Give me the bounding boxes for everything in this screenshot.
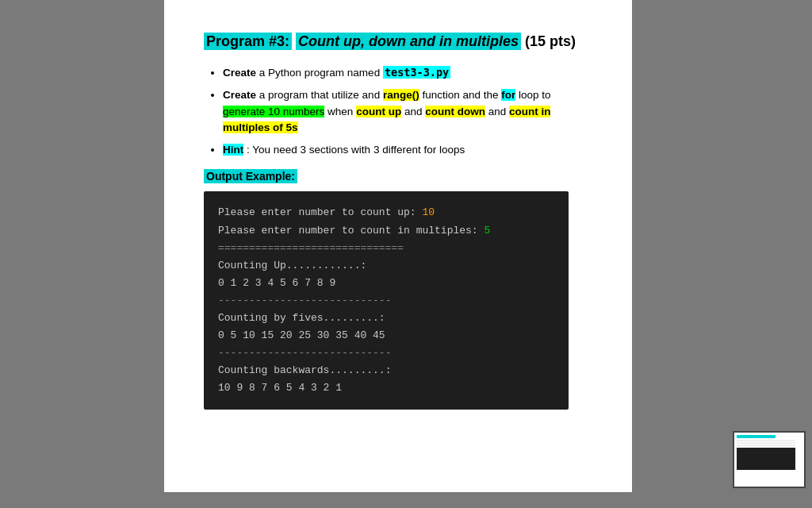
bullet2-range: range() [383, 89, 419, 101]
bullet1-filename: test3-3.py [383, 66, 450, 79]
bullet2-text5: and [404, 106, 425, 117]
heading-pts: (15 pts) [525, 33, 576, 49]
terminal-line-11: 10 9 8 7 6 5 4 3 2 1 [218, 379, 554, 397]
bullet-list: Create a Python program named test3-3.py… [204, 64, 592, 158]
heading-title: Count up, down and in multiples [296, 33, 521, 50]
bullet2-create: Create [223, 89, 256, 101]
terminal-line-1: Please enter number to count up: 10 [218, 204, 554, 221]
heading-hash: Program #3: [204, 33, 292, 50]
terminal-line-5: 0 1 2 3 4 5 6 7 8 9 [218, 275, 554, 292]
terminal-line-2: Please enter number to count in multiple… [218, 222, 554, 240]
bullet2-for: for [501, 89, 515, 101]
program-heading: Program #3: Count up, down and in multip… [204, 32, 592, 52]
bullet3-text: : You need 3 sections with 3 different f… [247, 144, 465, 156]
terminal-fives-numbers: 0 5 10 15 20 25 30 35 40 45 [218, 329, 385, 341]
bullet2-text6: and [488, 106, 509, 117]
bullet2-text3: loop to [519, 89, 551, 101]
terminal-line-9: ---------------------------- [218, 344, 554, 362]
thumbnail-preview [733, 431, 806, 488]
bullet3-hint: Hint [223, 144, 243, 156]
terminal-input-1: 10 [422, 206, 435, 218]
terminal-line-7: Counting by fives.........: [218, 310, 554, 327]
terminal-line-3: ============================== [218, 240, 554, 257]
terminal-fives-label: Counting by fives.........: [218, 312, 385, 324]
bullet2-generate: generate 10 numbers [223, 106, 324, 117]
terminal-separator-3: ---------------------------- [218, 347, 391, 359]
bullet1-create: Create [223, 67, 256, 79]
terminal-line-10: Counting backwards.........: [218, 362, 554, 379]
terminal-input-2: 5 [484, 225, 490, 237]
bullet-item-3: Hint : You need 3 sections with 3 differ… [223, 142, 592, 158]
terminal-separator-1: ============================== [218, 242, 404, 254]
terminal-text-2: Please enter number to count in multiple… [218, 225, 484, 237]
terminal-backwards-label: Counting backwards.........: [218, 364, 391, 376]
bullet1-text: a Python program named [259, 67, 383, 79]
bullet-item-2: Create a program that utilize and range(… [223, 87, 592, 136]
document-page: Program #3: Count up, down and in multip… [164, 0, 632, 492]
bullet2-text4: when [327, 106, 356, 117]
terminal-separator-2: ---------------------------- [218, 294, 391, 306]
terminal-line-6: ---------------------------- [218, 292, 554, 310]
output-example-label: Output Example: [204, 169, 297, 183]
terminal-line-8: 0 5 10 15 20 25 30 35 40 45 [218, 327, 554, 344]
terminal-counting-up-numbers: 0 1 2 3 4 5 6 7 8 9 [218, 277, 335, 289]
terminal-text-1: Please enter number to count up: [218, 206, 422, 218]
bullet2-countdown: count down [425, 106, 485, 117]
terminal-counting-up-label: Counting Up............: [218, 260, 366, 271]
bullet2-text1: a program that utilize and [259, 89, 383, 101]
bullet-item-1: Create a Python program named test3-3.py [223, 64, 592, 81]
terminal-backwards-numbers: 10 9 8 7 6 5 4 3 2 1 [218, 382, 342, 394]
bullet2-countup: count up [356, 106, 401, 117]
terminal-output: Please enter number to count up: 10 Plea… [204, 191, 569, 410]
terminal-line-4: Counting Up............: [218, 257, 554, 275]
bullet2-text2: function and the [422, 89, 501, 101]
